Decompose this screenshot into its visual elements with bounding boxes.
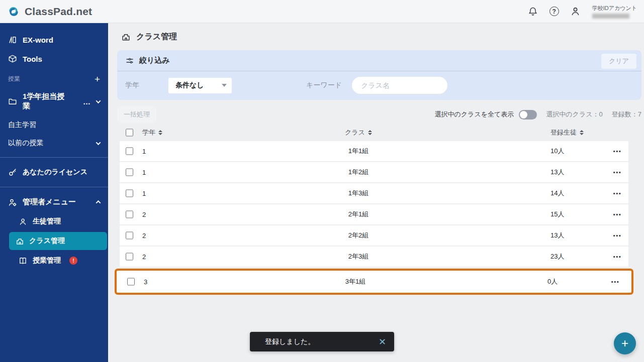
table-row[interactable]: 1 1年1組 10人 ⋯ [120, 141, 628, 161]
brand-name: ClassPad.net [25, 6, 92, 18]
sidebar-item-lesson-management[interactable]: 授業管理 ! [0, 251, 108, 270]
account-type-label: 学校IDアカウント [592, 5, 637, 12]
class-table: 学年 クラス 登録生徒 1 1年1組 10人 ⋯ 1 1年2組 13人 ⋯ 1 … [120, 124, 628, 295]
alert-badge: ! [69, 257, 77, 265]
sidebar-item-label: あなたのライセンス [23, 168, 87, 177]
row-checkbox[interactable] [126, 190, 133, 197]
sidebar: EX-word Tools 授業 + 1学年担当授業 … 自主学習 以前の授業 [0, 23, 108, 362]
cell-grade: 1 [142, 190, 146, 197]
notification-bell-icon[interactable] [527, 6, 538, 17]
clear-filter-button[interactable]: クリア [601, 54, 636, 69]
column-header-students[interactable]: 登録生徒 [550, 128, 584, 137]
column-header-class[interactable]: クラス [286, 128, 431, 137]
row-checkbox[interactable] [126, 148, 133, 155]
sidebar-item-self-study[interactable]: 自主学習 [0, 116, 108, 134]
cell-grade: 3 [144, 278, 147, 286]
bulk-action-button[interactable]: 一括処理 [117, 106, 156, 123]
sidebar-item-license[interactable]: あなたのライセンス [0, 163, 108, 182]
table-row[interactable]: 2 2年1組 15人 ⋯ [120, 204, 628, 224]
table-row[interactable]: 1 1年3組 14人 ⋯ [120, 183, 628, 203]
sidebar-item-label: 生徒管理 [33, 217, 61, 226]
cell-grade: 2 [142, 253, 146, 261]
toast-message: 登録しました。 [265, 337, 379, 346]
sidebar-item-exword[interactable]: EX-word [0, 30, 108, 49]
row-checkbox[interactable] [126, 232, 133, 239]
row-kebab-menu-icon[interactable]: ⋯ [611, 277, 619, 287]
chevron-down-icon[interactable] [96, 140, 101, 145]
row-checkbox[interactable] [126, 169, 133, 176]
grade-filter-select[interactable]: 条件なし [168, 78, 232, 93]
folder-icon [8, 97, 17, 106]
classpad-logo-icon [7, 5, 20, 18]
account-name-redacted [592, 14, 629, 19]
sidebar-section-lessons: 授業 + [0, 68, 108, 87]
book-icon [18, 256, 27, 265]
show-selected-toggle[interactable] [519, 110, 537, 119]
row-checkbox[interactable] [127, 278, 135, 286]
cell-students: 10人 [550, 147, 564, 156]
column-header-grade[interactable]: 学年 [142, 128, 162, 137]
table-row[interactable]: 2 2年2組 13人 ⋯ [120, 225, 628, 246]
cell-students: 0人 [547, 277, 558, 286]
caret-down-icon [222, 84, 227, 87]
filter-sliders-icon [125, 56, 134, 65]
account-icon[interactable] [570, 6, 581, 17]
sidebar-item-admin-menu[interactable]: 管理者メニュー [0, 192, 108, 212]
account-info[interactable]: 学校IDアカウント [592, 5, 637, 19]
cell-class: 2年3組 [286, 252, 431, 261]
sort-icon[interactable] [580, 130, 584, 135]
row-kebab-menu-icon[interactable]: ⋯ [613, 252, 621, 262]
key-icon [8, 168, 17, 177]
section-label: 授業 [8, 75, 20, 83]
school-building-icon [121, 32, 131, 42]
keyword-input[interactable] [352, 77, 447, 94]
school-building-icon [15, 236, 24, 246]
row-kebab-menu-icon[interactable]: ⋯ [613, 147, 621, 156]
sidebar-item-student-management[interactable]: 生徒管理 [0, 212, 108, 231]
table-row[interactable]: 2 2年3組 23人 ⋯ [120, 247, 628, 267]
grade-filter-label: 学年 [125, 81, 139, 90]
sidebar-item-previous-classes[interactable]: 以前の授業 [0, 134, 108, 152]
help-icon[interactable]: ? [549, 7, 559, 16]
sidebar-item-label: EX-word [23, 36, 53, 44]
sidebar-item-grade1-lessons[interactable]: 1学年担当授業 … [0, 87, 108, 116]
chevron-down-icon[interactable] [96, 98, 101, 103]
cell-grade: 2 [142, 232, 146, 239]
sidebar-item-label: Tools [23, 55, 42, 63]
row-kebab-menu-icon[interactable]: ⋯ [613, 168, 621, 177]
row-kebab-menu-icon[interactable]: ⋯ [613, 231, 621, 240]
cell-class: 1年3組 [286, 189, 431, 198]
cell-class: 1年2組 [286, 168, 431, 177]
brand[interactable]: ClassPad.net [7, 5, 92, 18]
add-lesson-icon[interactable]: + [95, 74, 100, 84]
sort-icon[interactable] [158, 130, 162, 135]
add-class-fab-button[interactable]: + [614, 332, 636, 354]
toast-close-icon[interactable]: ✕ [379, 337, 386, 346]
sidebar-divider [0, 187, 108, 187]
cube-icon [8, 54, 17, 63]
sidebar-item-tools[interactable]: Tools [0, 49, 108, 68]
grade-filter-value: 条件なし [175, 81, 204, 90]
sort-icon[interactable] [368, 130, 372, 135]
filter-title: 絞り込み [139, 56, 170, 65]
table-header-row: 学年 クラス 登録生徒 [120, 124, 628, 141]
row-checkbox[interactable] [126, 211, 133, 218]
select-all-checkbox[interactable] [126, 129, 133, 136]
keyword-filter-label: キーワード [306, 81, 342, 90]
row-checkbox[interactable] [126, 253, 133, 261]
table-row[interactable]: 3 3年1組 0人 ⋯ [115, 269, 633, 295]
sidebar-item-class-management-selected[interactable]: クラス管理 [9, 232, 107, 250]
chevron-up-icon[interactable] [96, 200, 101, 205]
table-row[interactable]: 1 1年2組 13人 ⋯ [120, 162, 628, 182]
sidebar-item-label: クラス管理 [29, 236, 65, 246]
main-content: クラス管理 絞り込み クリア 学年 条件なし キーワード 一括処理 [108, 23, 644, 362]
person-icon [18, 217, 27, 226]
registered-count: 登録数：7 [612, 110, 641, 119]
cell-grade: 1 [142, 169, 146, 176]
row-kebab-menu-icon[interactable]: ⋯ [613, 189, 621, 198]
dictionary-pen-icon [8, 35, 17, 44]
more-options-icon[interactable]: … [83, 98, 91, 105]
cell-students: 13人 [550, 231, 564, 240]
cell-class: 2年1組 [286, 210, 431, 219]
row-kebab-menu-icon[interactable]: ⋯ [613, 210, 621, 219]
